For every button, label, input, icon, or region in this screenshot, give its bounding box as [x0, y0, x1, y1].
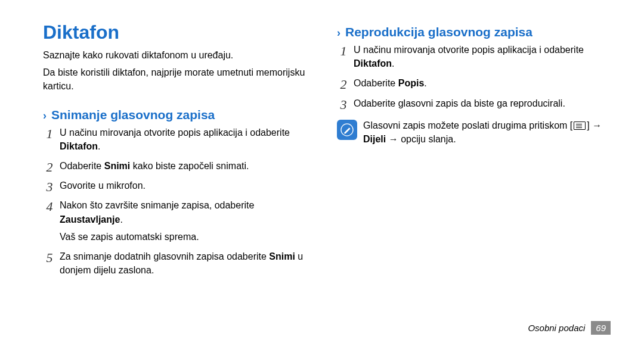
action-share: Dijeli [363, 134, 386, 144]
two-column-layout: Diktafon Saznajte kako rukovati diktafon… [43, 21, 611, 321]
intro-text-1: Saznajte kako rukovati diktafonom u uređ… [43, 48, 317, 62]
right-column: › Reprodukcija glasovnog zapisa U načinu… [337, 21, 611, 321]
manual-page: Diktafon Saznajte kako rukovati diktafon… [0, 0, 644, 349]
tip-text: Glasovni zapis možete poslati drugima pr… [363, 119, 611, 146]
app-name: Diktafon [354, 58, 392, 68]
text: . [98, 141, 100, 151]
action-list: Popis [398, 78, 425, 88]
playback-step-2: Odaberite Popis. [337, 76, 611, 90]
text: Nakon što završite snimanje zapisa, odab… [60, 200, 254, 210]
record-step-4: Nakon što završite snimanje zapisa, odab… [43, 198, 317, 226]
chevron-icon: › [43, 110, 47, 122]
text: kako biste započeli snimati. [130, 161, 249, 171]
left-column: Diktafon Saznajte kako rukovati diktafon… [43, 21, 317, 321]
text: . [424, 78, 426, 88]
record-steps: U načinu mirovanja otvorite popis aplika… [43, 126, 317, 232]
footer-section: Osobni podaci [528, 323, 585, 333]
page-footer: Osobni podaci 69 [43, 321, 611, 335]
playback-step-1: U načinu mirovanja otvorite popis aplika… [337, 43, 611, 70]
playback-steps: U načinu mirovanja otvorite popis aplika… [337, 43, 611, 116]
page-title: Diktafon [43, 21, 317, 43]
app-name: Diktafon [60, 141, 98, 151]
record-step-4-sub: Vaš se zapis automatski sprema. [43, 230, 317, 244]
subheading-playback-text: Reprodukcija glasovnog zapisa [345, 25, 532, 39]
chevron-icon: › [337, 27, 340, 39]
subheading-record-text: Snimanje glasovnog zapisa [51, 108, 215, 122]
playback-step-3: Odaberite glasovni zapis da biste ga rep… [337, 96, 611, 110]
text: Za snimanje dodatnih glasovnih zapisa od… [60, 251, 269, 261]
pencil-icon [340, 123, 354, 136]
tip-note: Glasovni zapis možete poslati drugima pr… [337, 119, 611, 146]
text: Odaberite [60, 161, 104, 171]
record-step-5: Za snimanje dodatnih glasovnih zapisa od… [43, 250, 317, 277]
note-icon [337, 120, 357, 140]
text: U načinu mirovanja otvorite popis aplika… [60, 127, 290, 138]
action-stop: Zaustavljanje [60, 214, 120, 225]
text: Odaberite [354, 78, 398, 88]
intro-text-2: Da biste koristili diktafon, najprije mo… [43, 66, 317, 93]
record-step-1: U načinu mirovanja otvorite popis aplika… [43, 126, 317, 153]
subheading-playback: › Reprodukcija glasovnog zapisa [337, 25, 611, 39]
menu-key-icon [574, 121, 586, 130]
action-record: Snimi [269, 251, 295, 261]
text: U načinu mirovanja otvorite popis aplika… [354, 45, 584, 55]
footer-page-number: 69 [591, 321, 611, 335]
text: . [120, 214, 122, 225]
text: → opciju slanja. [386, 134, 456, 144]
text: . [392, 58, 394, 68]
record-step-2: Odaberite Snimi kako biste započeli snim… [43, 159, 317, 173]
subheading-record: › Snimanje glasovnog zapisa [43, 108, 317, 122]
action-record: Snimi [104, 161, 131, 171]
record-step-3: Govorite u mikrofon. [43, 179, 317, 192]
text: ] → [587, 120, 602, 130]
record-steps-cont: Za snimanje dodatnih glasovnih zapisa od… [43, 250, 317, 283]
text: Glasovni zapis možete poslati drugima pr… [363, 120, 572, 130]
